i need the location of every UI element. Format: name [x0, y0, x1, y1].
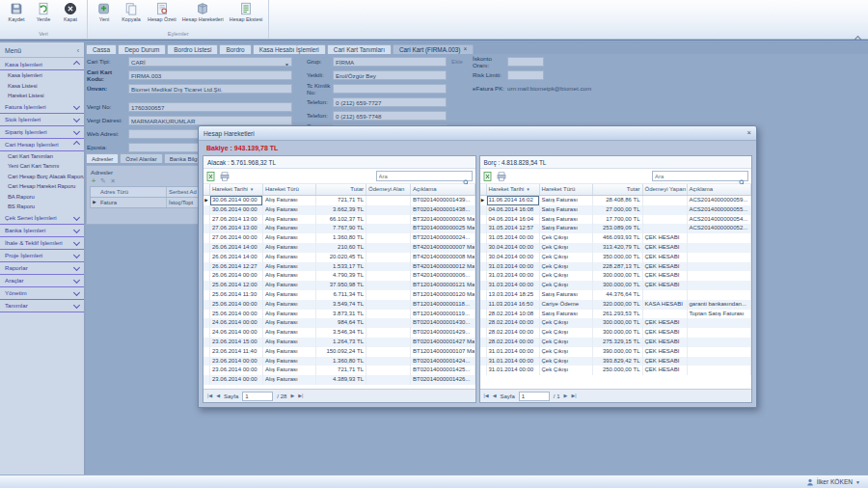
grid-cell[interactable]: 31.05.2014 12:57	[487, 224, 540, 233]
sidebar-item-hareket-listesi[interactable]: Hareket Listesi	[0, 91, 84, 101]
grid-cell[interactable]	[688, 243, 752, 253]
ribbon-button-yenile[interactable]: Yenile	[30, 1, 57, 30]
grid-cell[interactable]	[688, 347, 752, 357]
grid-cell[interactable]	[643, 310, 688, 319]
grid-cell[interactable]: 4.389,93 TL	[316, 375, 366, 385]
transaction-row[interactable]: 26.06.2014 00:00Alış Faturası4.790,39 TL…	[203, 271, 475, 281]
grid-cell[interactable]: 37.950,98 TL	[316, 281, 366, 290]
grid-cell[interactable]: 25.06.2014 11:30	[210, 290, 263, 300]
search-icon[interactable]	[739, 173, 746, 179]
grid-cell[interactable]: 253.089,09 TL	[593, 224, 643, 233]
grid-cell[interactable]: Alış Faturası	[263, 224, 316, 233]
transaction-row[interactable]: 27.06.2014 13:00Alış Faturası66.102,37 T…	[203, 215, 475, 225]
grid-cell[interactable]: 26.06.2014 14:00	[210, 253, 263, 262]
grid-cell[interactable]: 26.06.2014 14:00	[210, 243, 263, 253]
grid-cell[interactable]: 04.06.2014 16:04	[487, 215, 540, 225]
transaction-row[interactable]: 23.06.2014 11:40Alış Faturası150.092,24 …	[203, 347, 475, 357]
grid-cell[interactable]: 390.000,00 TL	[593, 347, 643, 357]
grid-cell[interactable]: Çek Çıkışı	[540, 328, 593, 338]
transaction-row[interactable]: 31.01.2014 00:00Çek Çıkışı390.000,00 TLÇ…	[480, 347, 752, 357]
grid-cell[interactable]	[366, 233, 411, 243]
grid-cell[interactable]: 66.102,37 TL	[316, 215, 366, 225]
tab-cassa[interactable]: Cassa	[86, 44, 117, 54]
grid-cell[interactable]: 150.092,24 TL	[316, 347, 366, 357]
first-page-icon[interactable]: |◀	[484, 393, 489, 398]
transaction-row[interactable]: 31.03.2014 00:00Çek Çıkışı300.000,00 TLÇ…	[480, 281, 752, 290]
grid-cell[interactable]	[366, 338, 411, 347]
grid-cell[interactable]: 4.790,39 TL	[316, 271, 366, 281]
grid-cell[interactable]	[366, 253, 411, 262]
grid-cell[interactable]: 3.662,39 TL	[316, 205, 366, 215]
grid-cell[interactable]: 1.533,17 TL	[316, 262, 366, 272]
tab-cari-kart-tan-mlar[interactable]: Cari Kart Tanımları	[327, 44, 392, 54]
grid-cell[interactable]	[366, 366, 411, 375]
grid-cell[interactable]: 320.000,00 TL	[593, 300, 643, 310]
ribbon-button-kaydet[interactable]: Kaydet	[3, 1, 30, 30]
grid-cell[interactable]	[366, 328, 411, 338]
grid-cell[interactable]	[366, 271, 411, 281]
tab-bordro-listesi[interactable]: Bordro Listesi	[167, 44, 218, 54]
transaction-row[interactable]: 25.06.2014 11:30Alış Faturası6.711,34 TL…	[203, 290, 475, 300]
grid-cell[interactable]: 27.06.2014 13:00	[210, 224, 263, 233]
grid-cell[interactable]: 1.264,73 TL	[316, 338, 366, 347]
column-header-demeyi-alan[interactable]: Ödemeyi Alan	[366, 184, 411, 195]
user-menu-caret-icon[interactable]: ▼	[855, 479, 860, 485]
grid-cell[interactable]	[366, 318, 411, 328]
grid-cell[interactable]: 984,64 TL	[316, 318, 366, 328]
sidebar-item-sipari-i-lemleri[interactable]: Sipariş İşlemleri	[0, 126, 84, 139]
sub-tab-adresler[interactable]: Adresler	[86, 153, 119, 163]
next-page-icon[interactable]: ▶	[564, 393, 568, 398]
grid-cell[interactable]: Satış Faturası	[540, 224, 593, 233]
transaction-row[interactable]: 25.06.2014 00:00Alış Faturası3.549,74 TL…	[203, 300, 475, 310]
grid-cell[interactable]: 25.06.2014 00:00	[210, 300, 263, 310]
grid-cell[interactable]: Alış Faturası	[263, 318, 316, 328]
grid-cell[interactable]	[688, 233, 752, 243]
sidebar-item-fatura-i-lemleri[interactable]: Fatura İşlemleri	[0, 101, 84, 114]
sidebar-item-cari-hesap-bor-alacak-raporu[interactable]: Cari Hesap Borç Alacak Raporu	[0, 172, 84, 182]
grid-cell[interactable]: BT02014000001430...	[411, 318, 475, 328]
ribbon-button-hesap-ekstesi[interactable]: Hesap Ekstesi	[227, 1, 265, 30]
grid-cell[interactable]	[366, 347, 411, 357]
grid-cell[interactable]: Alış Faturası	[263, 366, 316, 375]
grid-cell[interactable]: 300.000,00 TL	[593, 281, 643, 290]
grid-cell[interactable]: ÇEK HESABI	[643, 253, 688, 262]
grid-cell[interactable]: Çek Çıkışı	[540, 253, 593, 262]
ribbon-button-hesap-hareketleri[interactable]: Hesap Hareketleri	[179, 1, 227, 30]
grid-cell[interactable]: ÇEK HESABI	[643, 262, 688, 272]
transaction-row[interactable]: 31.01.2014 00:00Çek Çıkışı250.000,00 TLÇ…	[480, 366, 752, 375]
ribbon-button-yeni[interactable]: Yeni	[91, 1, 118, 30]
grid-cell[interactable]: 20.020,45 TL	[316, 253, 366, 262]
grid-cell[interactable]: BT32014000000026 Mal...	[411, 215, 475, 225]
grid-cell[interactable]: 27.06.2014 13:00	[210, 215, 263, 225]
transaction-row[interactable]: 27.06.2014 13:00Alış Faturası7.767,90 TL…	[203, 224, 475, 233]
grid-cell[interactable]: Çek Çıkışı	[540, 281, 593, 290]
grid-cell[interactable]: 31.03.2014 00:00	[487, 262, 540, 272]
sidebar-item-banka-i-lemleri[interactable]: Banka İşlemleri	[0, 225, 84, 237]
tab-cari-kart-firma-003[interactable]: Cari Kart (FIRMA.003)×	[393, 44, 474, 54]
ribbon-button-hesap-zeti[interactable]: Hesap Özeti	[145, 1, 179, 30]
grid-cell[interactable]: 26.06.2014 00:00	[210, 271, 263, 281]
grid-cell[interactable]: BT02014000001425...	[411, 366, 475, 375]
print-icon[interactable]	[220, 172, 230, 181]
grid-cell[interactable]: Satış Faturası	[540, 196, 593, 205]
grid-cell[interactable]: ACS2014000000054...	[688, 215, 752, 225]
transaction-row[interactable]: 31.01.2014 00:00Çek Çıkışı393.829,42 TLÇ…	[480, 357, 752, 366]
field-input-telefon[interactable]: 0 (212) 659-7748	[333, 111, 447, 121]
transaction-row[interactable]: ▶30.06.2014 00:00Alış Faturası721,71 TLB…	[203, 196, 475, 205]
ribbon-button-kapat[interactable]: Kapat	[57, 1, 84, 30]
sidebar-item-yeni-cari-kart-tan-m[interactable]: Yeni Cari Kart Tanımı	[0, 161, 84, 172]
search-input[interactable]	[655, 174, 737, 179]
grid-cell[interactable]: Alış Faturası	[263, 233, 316, 243]
grid-cell[interactable]: garanti bankasından...	[688, 300, 752, 310]
column-header-tutar[interactable]: Tutar	[316, 184, 366, 195]
grid-cell[interactable]: 7.767,90 TL	[316, 224, 366, 233]
grid-cell[interactable]: Çek Çıkışı	[540, 262, 593, 272]
grid-cell[interactable]: 31.01.2014 00:00	[487, 347, 540, 357]
column-header-a-klama[interactable]: Açıklama	[411, 184, 475, 195]
sub-tab-zel-alanlar[interactable]: Özel Alanlar	[120, 153, 162, 163]
grid-cell[interactable]: 275.329,15 TL	[593, 338, 643, 347]
grid-cell[interactable]: Alış Faturası	[263, 271, 316, 281]
add-address-icon[interactable]: +	[92, 177, 95, 184]
grid-cell[interactable]	[688, 281, 752, 290]
grid-cell[interactable]: ÇEK HESABI	[643, 233, 688, 243]
